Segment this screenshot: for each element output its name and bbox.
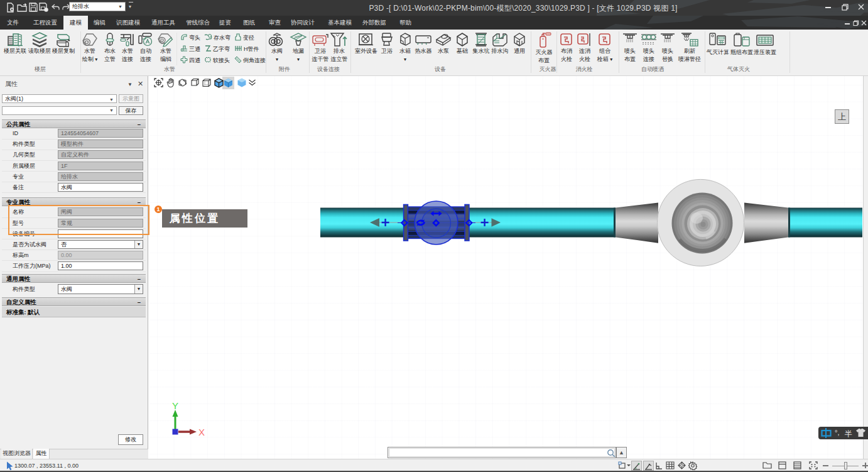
svg-text:X: X — [198, 427, 205, 437]
svg-text:Y: Y — [172, 400, 178, 411]
